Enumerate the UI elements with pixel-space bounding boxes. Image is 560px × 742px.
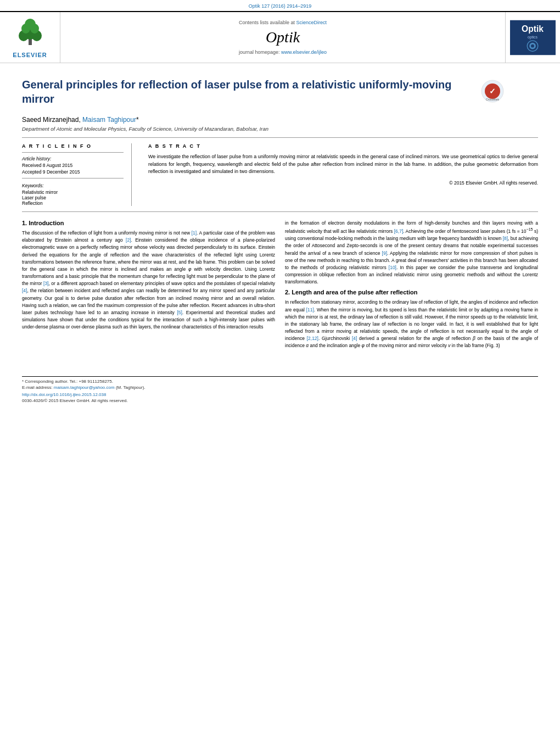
issn-text: 0030-4026/© 2015 Elsevier GmbH. All righ… (22, 398, 128, 403)
ref-5[interactable]: [5] (177, 310, 182, 315)
doi-line: http://dx.doi.org/10.1016/j.ijleo.2015.1… (22, 392, 538, 397)
optik-logo: Optik optics (505, 12, 560, 63)
right-col-continuation: in the formation of electron density mod… (285, 220, 538, 286)
ref-4b[interactable]: [4] (352, 336, 357, 341)
citation-bar: Optik 127 (2016) 2914–2919 (0, 0, 560, 11)
section1-paragraph1: The discussion of the reflection of ligh… (22, 230, 275, 331)
email-address[interactable]: maisam.taghipour@yahoo.com (54, 385, 115, 390)
article-title: General principles for reflection of las… (22, 77, 472, 106)
svg-text:Optik: Optik (522, 24, 544, 34)
email-label: E-mail address: (22, 385, 53, 390)
accepted-date: Accepted 9 December 2015 (22, 169, 124, 175)
ref-10[interactable]: [10] (389, 265, 396, 270)
svg-text:CrossMark: CrossMark (486, 98, 500, 101)
ref-9[interactable]: [9] (382, 250, 387, 256)
article-info-abstract-section: A R T I C L E I N F O Article history: R… (22, 137, 538, 212)
homepage-line: journal homepage: www.elsevier.de/ijleo (239, 49, 327, 55)
optik-logo-svg: Optik optics (510, 20, 556, 55)
ref-3[interactable]: [3] (43, 281, 48, 286)
affiliation: Department of Atomic and Molecular Physi… (22, 126, 538, 132)
keywords-section: Keywords: Relativistic mirror Laser puls… (22, 183, 124, 206)
ref-2[interactable]: [2] (126, 237, 131, 243)
copyright: © 2015 Elsevier GmbH. All rights reserve… (148, 180, 538, 186)
crossmark-icon: ✓ CrossMark (481, 80, 504, 103)
email-line: E-mail address: maisam.taghipour@yahoo.c… (22, 385, 538, 390)
elsevier-label: ELSEVIER (13, 52, 47, 58)
citation-text: Optik 127 (2016) 2914–2919 (249, 3, 312, 9)
article-content: General principles for reflection of las… (0, 63, 560, 360)
section1-title: 1. Introduction (22, 220, 275, 226)
keywords-label: Keywords: (22, 183, 124, 188)
keyword-3: Reflection (22, 200, 124, 206)
left-column: 1. Introduction The discussion of the re… (22, 220, 275, 353)
article-info-panel: A R T I C L E I N F O Article history: R… (22, 143, 132, 206)
section2-text: In reflection from stationary mirror, ac… (285, 299, 538, 349)
article-info-title: A R T I C L E I N F O (22, 143, 124, 149)
abstract-text: We investigate the reflection of laser p… (148, 153, 538, 176)
contents-line: Contents lists available at ScienceDirec… (239, 20, 327, 25)
received-date: Received 8 August 2015 (22, 163, 124, 168)
sciencedirect-link[interactable]: ScienceDirect (296, 20, 327, 25)
abstract-panel: A B S T R A C T We investigate the refle… (143, 143, 538, 206)
svg-point-6 (25, 19, 36, 30)
page: Optik 127 (2016) 2914–2919 ELSEVIER (0, 0, 560, 742)
issn-line: 0030-4026/© 2015 Elsevier GmbH. All righ… (22, 398, 538, 403)
keyword-2: Laser pulse (22, 195, 124, 200)
svg-text:optics: optics (528, 35, 537, 39)
right-column: in the formation of electron density mod… (285, 220, 538, 353)
ref-4[interactable]: [4] (22, 288, 27, 293)
elsevier-tree-icon (14, 16, 47, 49)
keyword-1: Relativistic mirror (22, 189, 124, 195)
email-suffix: (M. Taghipour). (116, 385, 145, 390)
svg-text:✓: ✓ (489, 87, 496, 96)
elsevier-logo: ELSEVIER (0, 12, 60, 63)
crossmark: ✓ CrossMark (481, 80, 504, 104)
body-content: 1. Introduction The discussion of the re… (22, 220, 538, 353)
ref-6-7[interactable]: [6,7] (394, 228, 404, 234)
ref-11[interactable]: [11] (306, 307, 314, 313)
history-label: Article history: (22, 156, 124, 161)
ref-8[interactable]: [8] (503, 236, 508, 241)
authors: Saeed Mirzanejhad, Maisam Taghipour* (22, 116, 538, 124)
ref-2-12[interactable]: [2,12] (307, 336, 318, 341)
corresponding-note: * Corresponding author. Tel.: +98 911125… (22, 379, 538, 384)
journal-center: Contents lists available at ScienceDirec… (60, 12, 505, 63)
svg-point-12 (531, 44, 534, 47)
author-link[interactable]: Maisam Taghipour (82, 116, 136, 124)
journal-header: ELSEVIER Contents lists available at Sci… (0, 11, 560, 63)
section2-title: 2. Length and area of the pulse after re… (285, 289, 538, 295)
ref-1[interactable]: [1] (192, 230, 197, 236)
footnote-section: * Corresponding author. Tel.: +98 911125… (0, 376, 560, 403)
abstract-title: A B S T R A C T (148, 143, 538, 149)
journal-name: Optik (266, 29, 300, 46)
doi-link[interactable]: http://dx.doi.org/10.1016/j.ijleo.2015.1… (22, 392, 106, 397)
homepage-url[interactable]: www.elsevier.de/ijleo (281, 49, 327, 55)
